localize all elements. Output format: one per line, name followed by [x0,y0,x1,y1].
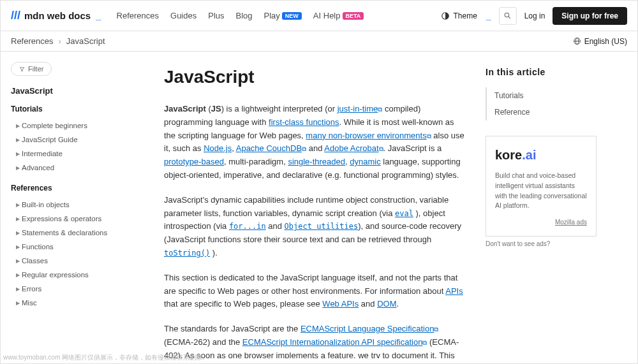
divider-underscore: _ [486,11,491,21]
link-ecma-intl[interactable]: ECMAScript Internationalization API spec… [242,337,423,347]
breadcrumb-separator: › [58,36,61,46]
toc-item-reference[interactable]: Reference [486,104,597,120]
sidebar-group-title: Tutorials [11,105,133,113]
nav-references[interactable]: References [117,11,159,20]
link-nodejs[interactable]: Node.js [204,143,232,153]
ad-link[interactable]: Mozilla ads [495,217,587,227]
sidebar-group-tutorials: Tutorials ▶Complete beginners ▶JavaScrip… [11,105,133,175]
sidebar-group-title: References [11,184,133,193]
sidebar-item[interactable]: ▶Statements & declarations [11,226,133,240]
link-prototype[interactable]: prototype-based [164,157,224,166]
chevron-right-icon: ▶ [16,258,20,264]
link-dynamic[interactable]: dynamic [350,157,380,166]
login-link[interactable]: Log in [524,11,545,20]
search-button[interactable] [499,7,517,25]
breadcrumb-javascript[interactable]: JavaScript [66,36,105,46]
link-acrobat[interactable]: Adobe Acrobat [324,143,378,153]
chevron-right-icon: ▶ [16,244,20,250]
search-icon [503,11,512,20]
theme-icon [441,11,450,20]
link-nonbrowser[interactable]: many non-browser environments [306,131,426,140]
ad-dismiss[interactable]: Don't want to see ads? [486,240,597,247]
sidebar-title: JavaScript [11,86,133,96]
link-dom[interactable]: DOM [377,299,396,309]
sidebar-item[interactable]: ▶Classes [11,254,133,268]
chevron-right-icon: ▶ [16,165,20,171]
header-right: Theme _ Log in Sign up for free [441,7,627,25]
sidebar-item[interactable]: ▶JavaScript Guide [11,133,133,147]
sidebar-item[interactable]: ▶Advanced [11,161,133,175]
code-tostring[interactable]: toString() [164,249,210,258]
link-singlethread[interactable]: single-threaded [288,157,345,166]
language-select[interactable]: English (US) [573,37,627,46]
svg-point-1 [505,13,509,17]
external-icon: ⧉ [379,145,383,152]
svg-line-2 [508,17,510,18]
sidebar-item[interactable]: ▶Complete beginners [11,119,133,133]
chevron-right-icon: ▶ [16,286,20,292]
sidebar-item[interactable]: ▶Expressions & operators [11,212,133,226]
article-content: JavaScript JavaScript (JS) is a lightwei… [141,52,486,358]
sidebar-item[interactable]: ▶Misc [11,296,133,310]
main-layout: Filter JavaScript Tutorials ▶Complete be… [1,52,637,358]
signup-button[interactable]: Sign up for free [553,7,627,25]
ad-box[interactable]: kore.ai Build chat and voice-based intel… [486,136,597,237]
intro-paragraph: JavaScript (JS) is a lightweight interpr… [164,103,468,182]
sidebar-item[interactable]: ▶Built-in objects [11,198,133,212]
logo-mark: /// [11,9,20,22]
sidebar-item[interactable]: ▶Functions [11,240,133,254]
chevron-right-icon: ▶ [16,137,20,143]
filter-button[interactable]: Filter [11,62,52,76]
theme-button[interactable]: Theme [441,11,477,20]
sidebar-item[interactable]: ▶Errors [11,282,133,296]
logo-text: mdn web docs [24,10,91,21]
sidebar-group-references: References ▶Built-in objects ▶Expression… [11,184,133,310]
code-forin[interactable]: for...in [229,222,266,231]
link-webapis[interactable]: Web APIs [322,299,359,309]
chevron-right-icon: ▶ [16,202,20,208]
chevron-right-icon: ▶ [16,272,20,278]
nav-plus[interactable]: Plus [208,11,224,20]
link-apis[interactable]: APIs [445,286,463,296]
link-couchdb[interactable]: Apache CouchDB [236,143,302,153]
breadcrumb-references[interactable]: References [11,36,53,46]
chevron-right-icon: ▶ [16,216,20,222]
logo-underscore: _ [96,10,101,21]
capabilities-paragraph: JavaScript's dynamic capabilities includ… [164,194,468,260]
nav-blog[interactable]: Blog [236,11,253,20]
filter-icon [19,66,25,72]
toc-item-tutorials[interactable]: Tutorials [486,87,597,104]
badge-beta: BETA [343,12,364,20]
link-jit[interactable]: just-in-time [338,104,378,113]
chevron-right-icon: ▶ [16,230,20,236]
section-paragraph: This section is dedicated to the JavaScr… [164,272,468,311]
nav-guides[interactable]: Guides [170,11,197,20]
code-object-utilities[interactable]: Object utilities [285,222,359,231]
ad-logo: kore.ai [495,145,587,164]
top-nav: References Guides Plus Blog PlayNEW AI H… [117,11,364,20]
mdn-logo[interactable]: /// mdn web docs _ [11,9,101,22]
sidebar-item[interactable]: ▶Intermediate [11,147,133,161]
right-column: In this article Tutorials Reference kore… [486,52,607,358]
toc-title: In this article [486,67,597,77]
nav-play[interactable]: PlayNEW [264,11,302,20]
link-ecma-lang[interactable]: ECMAScript Language Specification [300,324,434,333]
ad-text: Build chat and voice-based intelligent v… [495,171,587,211]
chevron-right-icon: ▶ [16,123,20,129]
main-header: /// mdn web docs _ References Guides Plu… [1,1,637,31]
code-eval[interactable]: eval [395,209,413,218]
external-icon: ⧉ [427,133,431,140]
external-icon: ⧉ [434,326,438,333]
standards-paragraph: The standards for JavaScript are the ECM… [164,323,468,358]
subheader: References › JavaScript English (US) [1,31,637,52]
page-title: JavaScript [164,67,468,87]
globe-icon [573,37,581,45]
breadcrumb: References › JavaScript [11,36,105,46]
link-first-class[interactable]: first-class functions [269,117,339,127]
badge-new: NEW [282,12,302,20]
nav-aihelp[interactable]: AI HelpBETA [313,11,364,20]
chevron-right-icon: ▶ [16,151,20,157]
chevron-right-icon: ▶ [16,300,20,306]
footer-caption: www.toymoban.com 网络图片仅供展示，非存储，如有侵权请联系删除。 [3,353,209,362]
sidebar-item[interactable]: ▶Regular expressions [11,268,133,282]
